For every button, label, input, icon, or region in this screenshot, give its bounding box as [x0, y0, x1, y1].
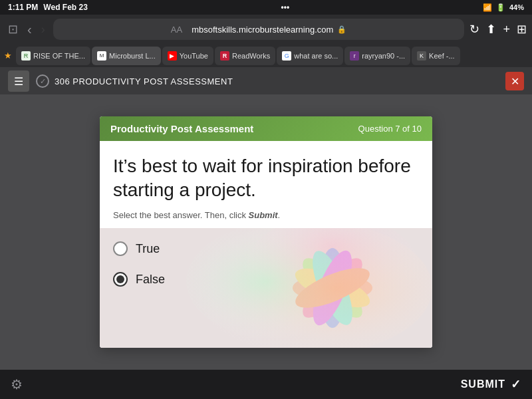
- answer-true-label: True: [136, 242, 160, 256]
- quiz-instruction: Select the best answer. Then, click Subm…: [113, 210, 419, 220]
- close-button[interactable]: ✕: [505, 72, 524, 90]
- app-header: ☰ ✓ 306 PRODUCTIVITY POST ASSESSMENT ✕: [0, 68, 532, 94]
- forward-button[interactable]: ›: [39, 21, 48, 38]
- browser-right-actions: ↻ ⬆ + ⊞: [469, 22, 527, 37]
- tab-rise[interactable]: R RISE OF THE...: [16, 47, 90, 65]
- browser-chrome: ⊡ ‹ › AA mbsoftskills.microburstelearnin…: [0, 15, 532, 44]
- quiz-header: Productivity Post Assessment Question 7 …: [100, 116, 432, 141]
- tab-readworks-label: ReadWorks: [232, 52, 270, 60]
- rise-favicon: R: [21, 51, 31, 61]
- google-favicon: G: [282, 51, 291, 61]
- answer-false-label: False: [136, 273, 165, 287]
- app-title-area: ✓ 306 PRODUCTIVITY POST ASSESSMENT: [36, 74, 233, 88]
- dots: •••: [281, 3, 290, 12]
- address-text: mbsoftskills.microburstelearning.com: [192, 25, 333, 35]
- tab-rayryan-label: rayryan90 -...: [362, 52, 405, 60]
- answer-option-false[interactable]: False: [113, 272, 419, 287]
- check-circle-icon: ✓: [36, 74, 49, 88]
- aa-label: AA: [171, 25, 182, 35]
- readworks-favicon: R: [220, 51, 229, 61]
- tab-rise-label: RISE OF THE...: [33, 52, 85, 60]
- tabs-bar: ★ R RISE OF THE... M Microburst L... ▶ Y…: [0, 44, 532, 68]
- question-text: It’s best to wait for inspiration before…: [113, 154, 419, 203]
- reload-button[interactable]: ↻: [469, 22, 479, 37]
- radio-false-dot: [116, 275, 124, 283]
- tab-keef-label: Keef -...: [429, 52, 455, 60]
- bottom-bar: ⚙ SUBMIT ✓: [0, 370, 532, 399]
- tab-keef[interactable]: K Keef -...: [412, 47, 460, 65]
- tab-youtube[interactable]: ▶ YouTube: [162, 47, 213, 65]
- hamburger-icon: ☰: [14, 75, 23, 88]
- microburst-favicon: M: [97, 51, 106, 61]
- menu-button[interactable]: ☰: [8, 70, 29, 92]
- submit-button[interactable]: SUBMIT ✓: [461, 377, 521, 392]
- tab-microburst[interactable]: M Microburst L...: [92, 47, 161, 65]
- quiz-title: Productivity Post Assessment: [110, 123, 253, 134]
- battery-pct: 44%: [509, 3, 524, 11]
- share-button[interactable]: ⬆: [486, 22, 496, 37]
- status-left: 1:11 PM Wed Feb 23: [8, 3, 88, 12]
- status-bar: 1:11 PM Wed Feb 23 ••• 📶 🔋 44%: [0, 0, 532, 15]
- radio-true[interactable]: [113, 241, 128, 256]
- sidebar-toggle-button[interactable]: ⊡: [5, 21, 21, 38]
- tab-readworks[interactable]: R ReadWorks: [215, 47, 275, 65]
- status-center: •••: [281, 3, 290, 12]
- settings-icon: ⚙: [11, 377, 23, 392]
- keef-favicon: K: [417, 51, 426, 61]
- settings-button[interactable]: ⚙: [11, 376, 23, 392]
- tab-google[interactable]: G what are so...: [277, 47, 343, 65]
- tab-youtube-label: YouTube: [180, 52, 208, 60]
- battery-icon: 🔋: [496, 3, 505, 12]
- submit-check-icon: ✓: [511, 377, 521, 392]
- tabs-button[interactable]: ⊞: [517, 22, 527, 37]
- instruction-text: Select the best answer. Then, click: [113, 210, 249, 220]
- bookmark-star: ★: [4, 51, 12, 61]
- new-tab-button[interactable]: +: [503, 23, 510, 37]
- radio-false[interactable]: [113, 272, 128, 287]
- browser-nav: ⊡ ‹ ›: [5, 21, 48, 39]
- status-right: 📶 🔋 44%: [483, 3, 524, 12]
- quiz-question-area: It’s best to wait for inspiration before…: [100, 141, 432, 229]
- instruction-bold: Submit: [249, 210, 278, 220]
- quiz-card: Productivity Post Assessment Question 7 …: [100, 116, 432, 348]
- tab-google-label: what are so...: [294, 52, 338, 60]
- time: 1:11 PM: [8, 3, 38, 12]
- date: Wed Feb 23: [43, 3, 87, 12]
- tab-rayryan[interactable]: r rayryan90 -...: [344, 47, 410, 65]
- lock-icon: 🔒: [337, 25, 346, 34]
- app-header-left: ☰ ✓ 306 PRODUCTIVITY POST ASSESSMENT: [8, 70, 233, 92]
- youtube-favicon: ▶: [168, 51, 177, 61]
- close-icon: ✕: [511, 75, 519, 88]
- app-title: 306 PRODUCTIVITY POST ASSESSMENT: [55, 76, 233, 86]
- wifi-icon: 📶: [483, 3, 492, 12]
- submit-label: SUBMIT: [461, 378, 505, 390]
- back-button[interactable]: ‹: [25, 21, 35, 39]
- quiz-answers-area: True False: [100, 228, 432, 348]
- rayryan-favicon: r: [350, 51, 359, 61]
- address-bar[interactable]: AA mbsoftskills.microburstelearning.com …: [53, 19, 465, 40]
- answer-option-true[interactable]: True: [113, 241, 419, 256]
- main-content: Productivity Post Assessment Question 7 …: [0, 94, 532, 370]
- tab-microburst-label: Microburst L...: [109, 52, 156, 60]
- instruction-end: .: [278, 210, 281, 220]
- question-count: Question 7 of 10: [358, 124, 422, 134]
